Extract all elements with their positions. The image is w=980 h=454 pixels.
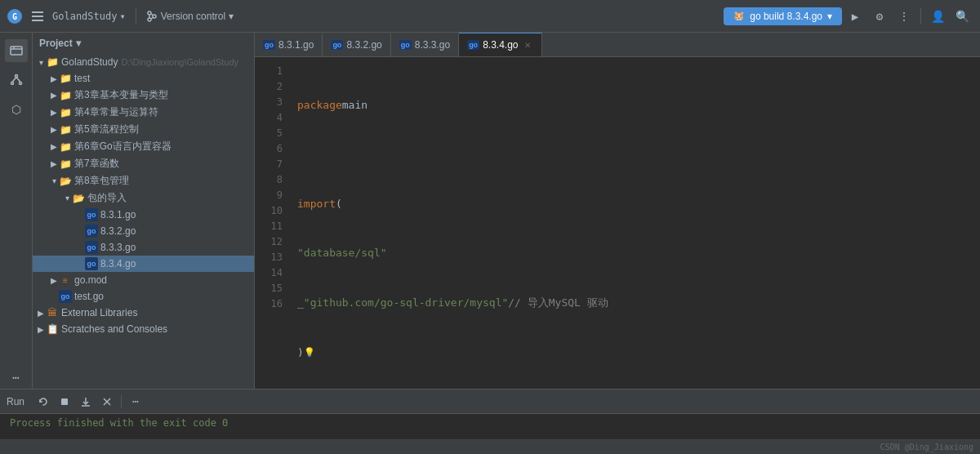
app-name-dropdown[interactable]: GolandStudy ▾ (52, 11, 126, 22)
root-label: GolandStudy (61, 56, 118, 68)
project-icon[interactable] (5, 39, 28, 62)
gomod-label: go.mod (74, 274, 107, 286)
ch8-folder-icon: 📂 (59, 175, 72, 188)
svg-rect-14 (61, 398, 68, 405)
ch8-label: 第8章包管理 (74, 174, 129, 188)
tab-label-2: 8.3.2.go (346, 39, 381, 51)
output-text: Process finished with the exit code 0 (10, 417, 228, 429)
testgo-label: test.go (74, 291, 104, 302)
rerun-icon-button[interactable] (34, 393, 52, 411)
sidebar-item-8.3.3[interactable]: ▶ go 8.3.3.go (33, 239, 254, 256)
sidebar-item-chapter7[interactable]: ▶ 📁 第7章函数 (33, 155, 254, 172)
ch4-arrow: ▶ (49, 108, 59, 118)
root-folder-icon: 📁 (46, 56, 59, 69)
svg-point-3 (148, 18, 151, 21)
user-icon-button[interactable]: 👤 (926, 5, 949, 28)
structure-icon[interactable] (5, 69, 28, 91)
scratch-label: Scratches and Consoles (61, 323, 167, 335)
bottom-output: Process finished with the exit code 0 (0, 414, 980, 439)
ln-8: 8 (260, 172, 283, 188)
code-content[interactable]: package main import ( "database/sql" _ "… (287, 57, 980, 389)
sidebar-item-chapter3[interactable]: ▶ 📁 第3章基本变量与类型 (33, 87, 254, 104)
code-line-1: package main (297, 98, 970, 114)
sidebar-item-external-libraries[interactable]: ▶ 🏛 External Libraries (33, 305, 254, 321)
app-logo: G (7, 8, 23, 24)
hamburger-menu-icon[interactable] (29, 8, 46, 24)
sidebar-header: Project ▾ (33, 33, 254, 54)
sidebar: Project ▾ ▾ 📁 GolandStudy D:\DingJiaxion… (33, 33, 255, 389)
tab-icon-3: go (399, 40, 412, 50)
svg-line-12 (12, 78, 16, 82)
ln-2: 2 (260, 79, 283, 95)
go-file-icon-1: go (85, 208, 98, 221)
sidebar-item-chapter8[interactable]: ▾ 📂 第8章包管理 (33, 172, 254, 189)
go-file-icon-3: go (85, 241, 98, 254)
tab-8.3.1[interactable]: go 8.3.1.go (255, 33, 323, 56)
sidebar-item-test[interactable]: ▶ 📁 test (33, 70, 254, 87)
tab-label-1: 8.3.1.go (278, 39, 314, 51)
sidebar-item-8.3.4[interactable]: ▶ go 8.3.4.go (33, 256, 254, 272)
vcs-icon (146, 11, 158, 22)
main-content: ⬡ ⋯ Project ▾ ▾ 📁 GolandStudy D:\DingJia… (0, 33, 980, 389)
sidebar-item-chapter6[interactable]: ▶ 📁 第6章Go语言内置容器 (33, 138, 254, 155)
sidebar-item-go-mod[interactable]: ▶ ≡ go.mod (33, 272, 254, 288)
ln-7: 7 (260, 157, 283, 172)
code-line-3: import ( (297, 197, 970, 212)
tab-close-button[interactable]: ✕ (522, 39, 533, 51)
code-line-6: )💡 (297, 345, 970, 361)
sidebar-item-chapter4[interactable]: ▶ 📁 第4章常量与运算符 (33, 104, 254, 121)
svg-text:G: G (12, 12, 17, 21)
stop-icon-button[interactable] (56, 393, 74, 411)
ln-9: 9 (260, 188, 283, 203)
ch3-label: 第3章基本变量与类型 (74, 88, 168, 102)
settings-icon-button[interactable]: ⚙ (868, 5, 891, 28)
top-bar: G GolandStudy ▾ Version control ▾ 🐹 go b… (0, 0, 980, 33)
code-line-5: _ "github.com/go-sql-driver/mysql" // 导入… (297, 296, 970, 311)
tab-8.3.3[interactable]: go 8.3.3.go (391, 33, 459, 56)
search-icon-button[interactable]: 🔍 (951, 5, 973, 28)
svg-point-10 (11, 82, 13, 85)
plugins-icon[interactable]: ⬡ (5, 98, 28, 121)
play-icon-button[interactable]: ▶ (844, 5, 866, 28)
vcs-button[interactable]: Version control ▾ (146, 11, 234, 22)
ch7-folder-icon: 📁 (59, 158, 72, 171)
sidebar-item-8.3.2[interactable]: ▶ go 8.3.2.go (33, 223, 254, 239)
more-options-icon[interactable]: ⋮ (893, 5, 915, 28)
code-editor[interactable]: 1 2 3 4 5 6 7 8 9 10 11 12 13 14 15 16 p… (255, 57, 980, 389)
tab-8.3.2[interactable]: go 8.3.2.go (323, 33, 390, 56)
top-separator-1 (136, 8, 136, 24)
tree-item-root[interactable]: ▾ 📁 GolandStudy D:\DingJiaxiong\GolandSt… (33, 54, 254, 70)
svg-point-11 (19, 82, 21, 85)
app-name-label: GolandStudy (52, 11, 117, 22)
run-button[interactable]: 🐹 go build 8.3.4.go ▾ (724, 7, 842, 25)
go-file-icon: 🐹 (733, 11, 745, 21)
bottom-toolbar: Run ⋯ (0, 389, 980, 414)
ln-5: 5 (260, 126, 283, 141)
sidebar-item-test-go[interactable]: ▶ go test.go (33, 288, 254, 305)
more-run-options-icon[interactable]: ⋯ (127, 393, 145, 411)
clear-icon-button[interactable] (98, 393, 116, 411)
sidebar-item-package-import[interactable]: ▾ 📂 包的导入 (33, 189, 254, 207)
scroll-to-end-icon-button[interactable] (77, 393, 95, 411)
ln-10: 10 (260, 203, 283, 219)
credit-text: CSDN @Ding_Jiaxiong (880, 443, 973, 452)
pkg-import-folder-icon: 📂 (72, 192, 85, 205)
sidebar-item-8.3.1[interactable]: ▶ go 8.3.1.go (33, 207, 254, 223)
ln-11: 11 (260, 219, 283, 234)
root-arrow: ▾ (36, 57, 46, 67)
top-separator-2 (920, 8, 921, 24)
sidebar-item-scratches[interactable]: ▶ 📋 Scratches and Consoles (33, 321, 254, 337)
go-file-icon-test: go (59, 290, 72, 303)
svg-point-2 (148, 11, 151, 15)
ch5-arrow: ▶ (49, 125, 59, 135)
editor-area: go 8.3.1.go go 8.3.2.go go 8.3.3.go go 8… (255, 33, 980, 389)
ln-4: 4 (260, 110, 283, 126)
ch7-label: 第7章函数 (74, 157, 119, 171)
ln-13: 13 (260, 250, 283, 265)
more-tools-icon[interactable]: ⋯ (5, 366, 28, 389)
sidebar-item-chapter5[interactable]: ▶ 📁 第5章流程控制 (33, 121, 254, 138)
tab-8.3.4[interactable]: go 8.3.4.go ✕ (459, 33, 541, 56)
code-line-2 (297, 147, 970, 162)
ch3-arrow: ▶ (49, 91, 59, 100)
gomod-arrow: ▶ (49, 275, 59, 285)
